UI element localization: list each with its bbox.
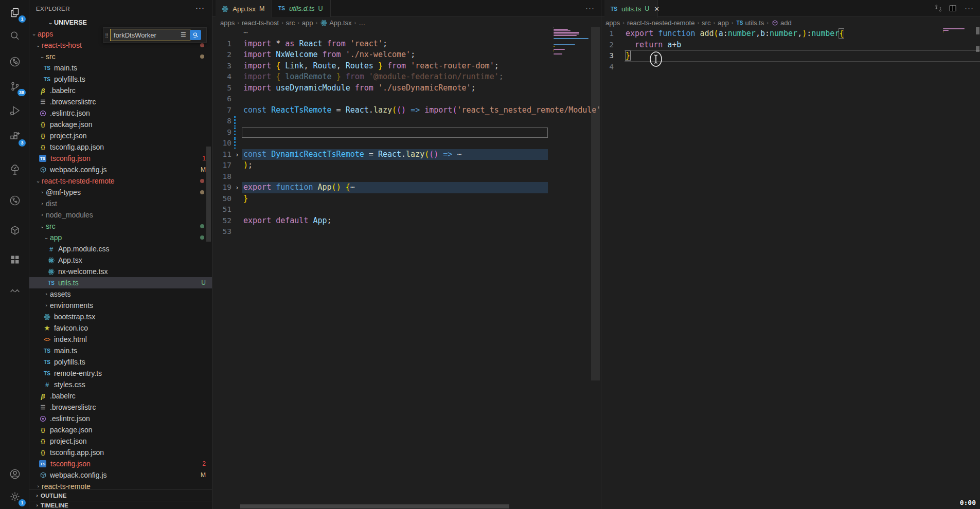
tree-item-polyfills-ts[interactable]: TSpolyfills.ts xyxy=(29,74,212,85)
code-text: export default App; xyxy=(243,215,332,227)
tree-item--babelrc[interactable]: β.babelrc xyxy=(29,390,212,402)
tree-item-tsconfig-json[interactable]: TStsconfig.json2 xyxy=(29,458,212,469)
tree-item-label: react-ts-nested-remote xyxy=(42,177,115,185)
chevron-down-icon: ⌄ xyxy=(39,224,46,229)
editor-actions-more-button[interactable]: ··· xyxy=(965,4,974,12)
git-badge: M xyxy=(201,166,206,173)
tree-item-tsconfig-app-json[interactable]: {}tsconfig.app.json xyxy=(29,447,212,458)
minimap[interactable] xyxy=(940,28,968,183)
tab-app-tsx[interactable]: App.tsxM xyxy=(216,0,272,17)
git-status-dot xyxy=(200,43,204,47)
tree-item-react-ts-nested-remote[interactable]: ⌄react-ts-nested-remote xyxy=(29,175,212,187)
editor-actions-more-button[interactable]: ··· xyxy=(585,4,595,12)
tree-filter-input[interactable] xyxy=(110,29,190,41)
breadcrumb-item-react-ts-host[interactable]: react-ts-host xyxy=(242,19,279,27)
tree-item-tsconfig-app-json[interactable]: {}tsconfig.app.json xyxy=(29,141,212,153)
line-number: 3 xyxy=(212,61,231,72)
activitybar-run-and-debug[interactable] xyxy=(0,99,29,122)
workspace-section-header[interactable]: ⌄ UNIVERSE xyxy=(29,17,212,28)
tree-item-label: @mf-types xyxy=(46,188,81,196)
timeline-label: TIMELINE xyxy=(41,502,68,508)
tree-item-app-tsx[interactable]: App.tsx xyxy=(29,254,212,266)
activitybar-nx-console[interactable] xyxy=(0,219,29,242)
tab-utils-d-ts[interactable]: TSutils.d.tsU xyxy=(272,0,331,17)
tree-item-styles-css[interactable]: #styles.css xyxy=(29,379,212,390)
tree-item-main-ts[interactable]: TSmain.ts xyxy=(29,62,212,74)
tree-item--mf-types[interactable]: ›@mf-types xyxy=(29,187,212,198)
header-split-editor-icon[interactable] xyxy=(948,4,957,15)
tree-item-app-module-css[interactable]: #App.module.css xyxy=(29,243,212,254)
tree-item-webpack-config-js[interactable]: webpack.config.jsM xyxy=(29,164,212,175)
activitybar-pipeline-tool[interactable] xyxy=(0,50,29,73)
tree-item-src[interactable]: ⌄src xyxy=(29,221,212,232)
-babelrc-icon: β xyxy=(39,392,47,401)
tree-item--browserslistrc[interactable]: ☰.browserslistrc xyxy=(29,402,212,413)
activitybar-tree-tool[interactable] xyxy=(0,158,29,181)
line-number: 2 xyxy=(212,49,231,61)
tree-item-project-json[interactable]: {}project.json xyxy=(29,130,212,141)
header-open-changes-icon[interactable] xyxy=(934,4,943,15)
activitybar-settings[interactable]: 1 xyxy=(0,485,29,508)
tree-item-bootstrap-tsx[interactable]: bootstrap.tsx xyxy=(29,311,212,322)
activitybar-explorer[interactable]: 1 xyxy=(0,2,29,24)
activitybar-redhat-tool[interactable] xyxy=(0,279,29,302)
tree-item-app[interactable]: ⌄app xyxy=(29,232,212,243)
activitybar-search[interactable] xyxy=(0,25,29,47)
drag-grip-icon[interactable]: ⣿ xyxy=(103,34,110,36)
tree-item-package-json[interactable]: {}package.json xyxy=(29,424,212,435)
tab-close-icon[interactable]: ✕ xyxy=(654,5,660,13)
package-json-icon: {} xyxy=(39,426,47,434)
tree-item-environments[interactable]: ›environments xyxy=(29,300,212,311)
tree-item-webpack-config-js[interactable]: webpack.config.jsM xyxy=(29,469,212,481)
horizontal-scrollbar[interactable] xyxy=(240,504,509,508)
vertical-scrollbar[interactable] xyxy=(591,27,600,380)
tree-item-assets[interactable]: ›assets xyxy=(29,288,212,300)
tree-item--browserslistrc[interactable]: ☰.browserslistrc xyxy=(29,96,212,107)
breadcrumb-item-app[interactable]: app xyxy=(302,19,313,27)
breadcrumb-item--[interactable]: … xyxy=(359,19,365,27)
tree-item-utils-ts[interactable]: TSutils.tsU xyxy=(29,277,212,288)
tree-item-index-html[interactable]: <>index.html xyxy=(29,334,212,345)
breadcrumb-item-add[interactable]: add xyxy=(771,19,792,27)
breadcrumb-item-src[interactable]: src xyxy=(286,19,295,27)
sidebar-scrollbar[interactable] xyxy=(206,147,211,242)
code-line: 1export function add(a:number,b:number,)… xyxy=(601,28,980,40)
timeline-section-header[interactable]: ›TIMELINE xyxy=(29,501,212,509)
tree-item-node-modules[interactable]: ›node_modules xyxy=(29,209,212,221)
tree-item-tsconfig-json[interactable]: TStsconfig.json1 xyxy=(29,153,212,164)
breadcrumb-item-utils-ts[interactable]: TSutils.ts xyxy=(736,19,764,27)
breadcrumb-item-app-tsx[interactable]: App.tsx xyxy=(320,19,351,27)
tree-item-nx-welcome-tsx[interactable]: nx-welcome.tsx xyxy=(29,266,212,277)
tree-item-remote-entry-ts[interactable]: TSremote-entry.ts xyxy=(29,368,212,379)
outline-section-header[interactable]: ›OUTLINE xyxy=(29,489,212,501)
explorer-actions-button[interactable]: ··· xyxy=(195,3,205,12)
code-area[interactable]: ⋯1import * as React from 'react';2import… xyxy=(212,27,601,238)
tree-item-dist[interactable]: ›dist xyxy=(29,198,212,209)
tree-item--eslintrc-json[interactable]: .eslintrc.json xyxy=(29,107,212,119)
activitybar-commit-graph-tool[interactable] xyxy=(0,189,29,212)
tab-utils-ts[interactable]: TSutils.tsU✕ xyxy=(604,0,658,17)
fold-chevron-icon[interactable]: › xyxy=(235,149,239,160)
tree-item--eslintrc-json[interactable]: .eslintrc.json xyxy=(29,413,212,424)
breadcrumb-item-react-ts-nested-remote[interactable]: react-ts-nested-remote xyxy=(627,19,695,27)
activitybar-grid-tool[interactable] xyxy=(0,248,29,271)
filter-icon[interactable]: ☰ xyxy=(181,31,186,39)
breadcrumb-item-apps[interactable]: apps xyxy=(605,19,620,27)
tree-item-main-ts[interactable]: TSmain.ts xyxy=(29,345,212,356)
tree-item-favicon-ico[interactable]: ★favicon.ico xyxy=(29,322,212,334)
tree-item-project-json[interactable]: {}project.json xyxy=(29,435,212,447)
breadcrumb-item-app[interactable]: app xyxy=(718,19,729,27)
tree-item--babelrc[interactable]: β.babelrc xyxy=(29,85,212,96)
breadcrumb-item-apps[interactable]: apps xyxy=(220,19,235,27)
tree-item-polyfills-ts[interactable]: TSpolyfills.ts xyxy=(29,356,212,368)
breadcrumb-item-src[interactable]: src xyxy=(702,19,710,27)
code-line: 6 xyxy=(212,94,601,105)
activitybar-extensions[interactable]: 3 xyxy=(0,125,29,148)
fuzzy-search-toggle[interactable] xyxy=(190,30,201,40)
tree-item-package-json[interactable]: {}package.json xyxy=(29,119,212,130)
minimap[interactable] xyxy=(550,27,591,181)
tree-item-src[interactable]: ⌄src xyxy=(29,51,212,62)
fold-chevron-icon[interactable]: › xyxy=(235,182,239,193)
activitybar-source-control[interactable]: 38 xyxy=(0,75,29,98)
activitybar-accounts[interactable] xyxy=(0,463,29,485)
